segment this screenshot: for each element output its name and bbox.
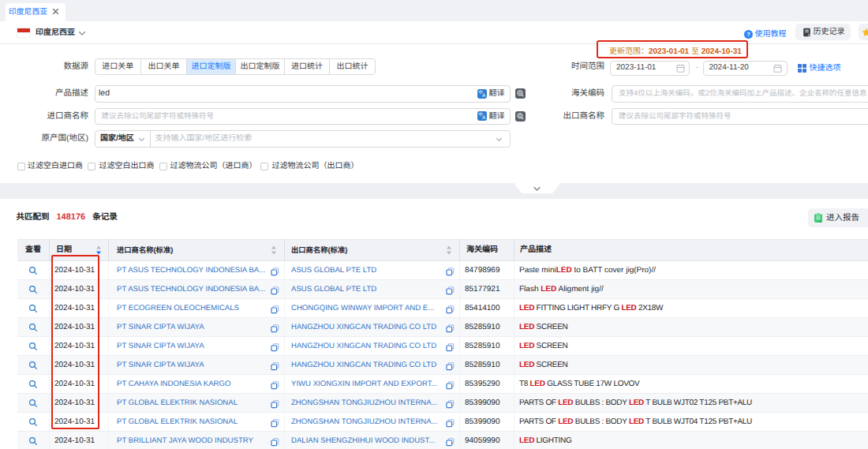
svg-text:?: ?: [746, 31, 750, 38]
svg-text:A: A: [482, 115, 486, 121]
svg-text:A: A: [482, 93, 486, 99]
